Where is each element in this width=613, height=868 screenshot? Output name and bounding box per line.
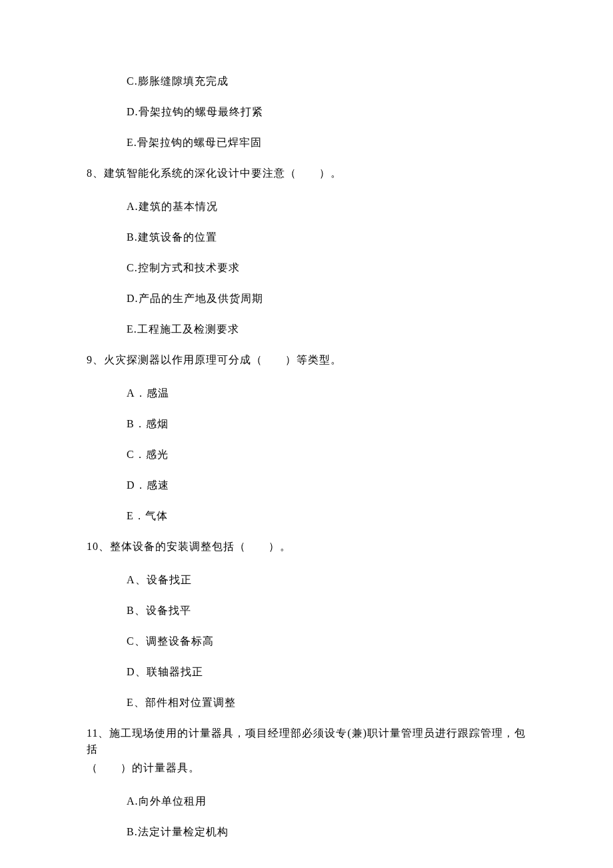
question-11-stem-line2: （ ）的计量器具。 [87, 760, 526, 776]
q9-option-d: D．感速 [127, 477, 526, 493]
q9-option-e: E．气体 [127, 508, 526, 524]
q8-option-e: E.工程施工及检测要求 [127, 321, 526, 337]
q9-option-b: B．感烟 [127, 416, 526, 432]
q9-option-a: A．感温 [127, 385, 526, 401]
question-9-stem: 9、火灾探测器以作用原理可分成（ ）等类型。 [87, 352, 526, 368]
q8-option-d: D.产品的生产地及供货周期 [127, 291, 526, 307]
question-8-stem: 8、建筑智能化系统的深化设计中要注意（ ）。 [87, 165, 526, 181]
option-c: C.膨胀缝隙填充完成 [127, 73, 526, 89]
q10-option-c: C、调整设备标高 [127, 633, 526, 649]
q8-option-a: A.建筑的基本情况 [127, 199, 526, 215]
q11-option-b: B.法定计量检定机构 [127, 824, 526, 840]
q10-option-e: E、部件相对位置调整 [127, 695, 526, 711]
option-d: D.骨架拉钩的螺母最终打紧 [127, 104, 526, 120]
page-content: C.膨胀缝隙填充完成 D.骨架拉钩的螺母最终打紧 E.骨架拉钩的螺母已焊牢固 8… [0, 0, 613, 868]
question-10-stem: 10、整体设备的安装调整包括（ ）。 [87, 539, 526, 555]
question-11-stem: 11、施工现场使用的计量器具，项目经理部必须设专(兼)职计量管理员进行跟踪管理，… [87, 725, 526, 757]
q9-option-c: C．感光 [127, 447, 526, 463]
q8-option-b: B.建筑设备的位置 [127, 229, 526, 245]
option-e: E.骨架拉钩的螺母已焊牢固 [127, 135, 526, 151]
q11-stem-line1: 11、施工现场使用的计量器具，项目经理部必须设专(兼)职计量管理员进行跟踪管理，… [87, 727, 526, 755]
q10-option-b: B、设备找平 [127, 603, 526, 619]
q10-option-a: A、设备找正 [127, 572, 526, 588]
q8-option-c: C.控制方式和技术要求 [127, 260, 526, 276]
q10-option-d: D、联轴器找正 [127, 664, 526, 680]
q11-option-a: A.向外单位租用 [127, 793, 526, 809]
